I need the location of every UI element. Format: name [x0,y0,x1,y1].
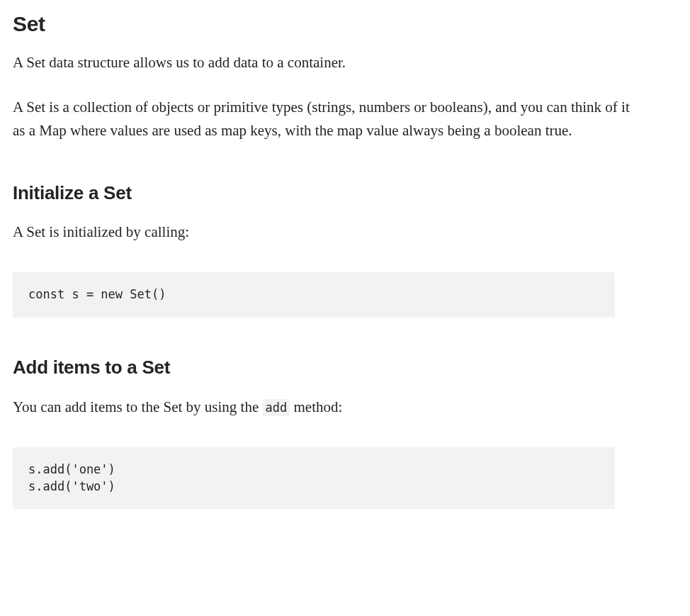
paragraph-add: You can add items to the Set by using th… [13,396,636,419]
code-block-add: s.add('one') s.add('two') [13,447,615,510]
code-block-init: const s = new Set() [13,272,615,318]
inline-code-add: add [263,399,290,416]
paragraph-add-text-after: method: [290,398,342,415]
heading-initialize: Initialize a Set [13,179,677,208]
paragraph-add-text-before: You can add items to the Set by using th… [13,398,263,415]
heading-set: Set [13,7,677,41]
paragraph-intro: A Set data structure allows us to add da… [13,51,636,74]
paragraph-description: A Set is a collection of objects or prim… [13,96,636,142]
heading-add-items: Add items to a Set [13,353,677,383]
paragraph-init: A Set is initialized by calling: [13,220,636,244]
